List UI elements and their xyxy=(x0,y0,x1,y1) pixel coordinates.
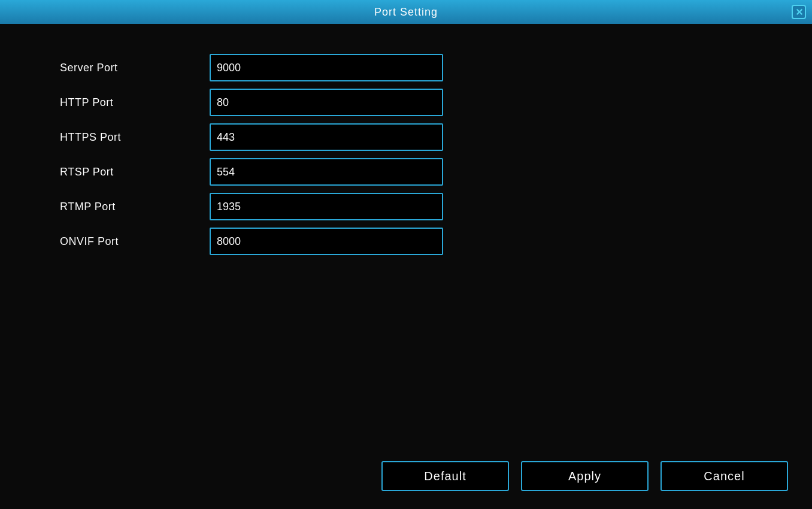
input-server-port[interactable] xyxy=(210,54,443,81)
cancel-button[interactable]: Cancel xyxy=(660,461,788,491)
field-row-onvif-port: ONVIF Port xyxy=(60,228,752,255)
close-button[interactable]: ✕ xyxy=(792,5,806,19)
input-rtmp-port[interactable] xyxy=(210,193,443,220)
field-row-https-port: HTTPS Port xyxy=(60,123,752,151)
label-onvif-port: ONVIF Port xyxy=(60,235,210,248)
footer: Default Apply Cancel xyxy=(0,449,812,509)
label-server-port: Server Port xyxy=(60,62,210,74)
default-button[interactable]: Default xyxy=(381,461,509,491)
field-row-rtsp-port: RTSP Port xyxy=(60,158,752,186)
input-http-port[interactable] xyxy=(210,89,443,116)
port-setting-dialog: Port Setting ✕ Server PortHTTP PortHTTPS… xyxy=(0,0,812,509)
input-onvif-port[interactable] xyxy=(210,228,443,255)
field-row-server-port: Server Port xyxy=(60,54,752,81)
apply-button[interactable]: Apply xyxy=(521,461,649,491)
label-https-port: HTTPS Port xyxy=(60,131,210,144)
field-row-http-port: HTTP Port xyxy=(60,89,752,116)
label-rtmp-port: RTMP Port xyxy=(60,201,210,213)
input-https-port[interactable] xyxy=(210,123,443,151)
label-rtsp-port: RTSP Port xyxy=(60,166,210,178)
dialog-title: Port Setting xyxy=(374,6,438,19)
field-row-rtmp-port: RTMP Port xyxy=(60,193,752,220)
form-content: Server PortHTTP PortHTTPS PortRTSP PortR… xyxy=(0,24,812,449)
title-bar: Port Setting ✕ xyxy=(0,0,812,24)
input-rtsp-port[interactable] xyxy=(210,158,443,186)
label-http-port: HTTP Port xyxy=(60,96,210,109)
